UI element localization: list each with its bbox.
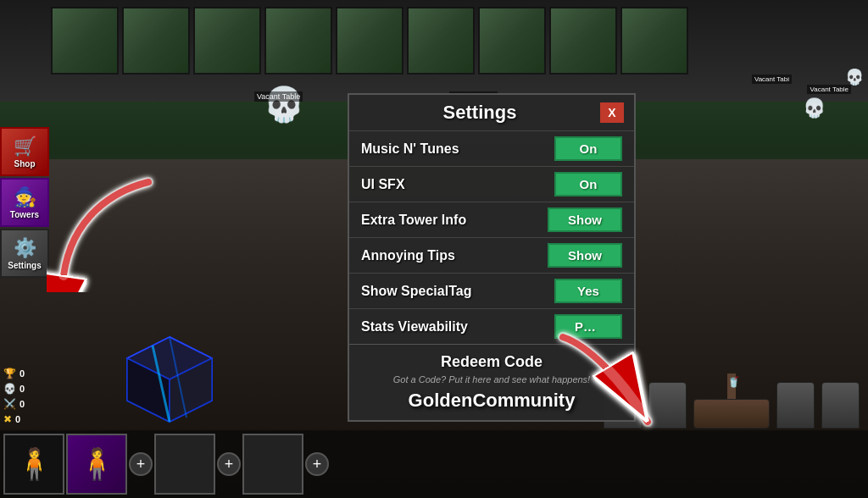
stat-row-sword: ⚔️ 0 — [0, 397, 28, 411]
settings-row-special-tag: Show SpecialTag Yes — [349, 273, 634, 308]
window-2 — [122, 7, 190, 75]
music-label: Music N' Tunes — [361, 141, 459, 157]
settings-label: Settings — [8, 261, 41, 270]
stat-row-x: ✖ 0 — [0, 412, 28, 426]
grim-reaper-right: 💀 — [803, 97, 826, 119]
towers-label: Towers — [10, 210, 39, 219]
trophy-value: 0 — [19, 368, 25, 379]
table-surface — [693, 399, 770, 429]
redeem-hint: Got a Code? Put it here and see what hap… — [361, 374, 622, 385]
character-slot-1[interactable]: 🧍 — [3, 434, 64, 495]
tower-info-toggle[interactable]: Show — [548, 208, 622, 232]
settings-row-tower-info: Extra Tower Info Show — [349, 202, 634, 237]
add-slot-3-button[interactable]: + — [305, 452, 329, 476]
viewability-label: Stats Viewability — [361, 319, 468, 335]
redeem-title: Redeem Code — [361, 353, 622, 371]
vacant-table-label-4: Vacant Table — [807, 85, 851, 94]
chair-4 — [821, 382, 860, 429]
add-slot-1-button[interactable]: + — [129, 452, 153, 476]
settings-icon: ⚙️ — [14, 237, 36, 259]
settings-row-tips: Annoying Tips Show — [349, 237, 634, 273]
music-toggle[interactable]: On — [554, 136, 622, 161]
towers-button[interactable]: 🧙 Towers — [0, 178, 49, 227]
window-1 — [51, 7, 119, 75]
character-slot-4[interactable] — [242, 434, 303, 495]
chair-2 — [648, 382, 687, 429]
tower-info-label: Extra Tower Info — [361, 213, 466, 228]
table-group: 🥤 — [693, 374, 770, 429]
window-7 — [478, 7, 546, 75]
x-value: 0 — [15, 414, 20, 424]
window-8 — [549, 7, 617, 75]
settings-row-viewability: Stats Viewability Publi... — [349, 308, 634, 344]
x-icon: ✖ — [3, 413, 12, 425]
window-5 — [336, 7, 403, 75]
left-sidebar: 🛒 Shop 🧙 Towers ⚙️ Settings — [0, 127, 49, 278]
window-3 — [193, 7, 261, 75]
shop-icon: 🛒 — [14, 136, 36, 158]
sword-icon: ⚔️ — [3, 398, 16, 410]
settings-sidebar-button[interactable]: ⚙️ Settings — [0, 229, 49, 278]
vacant-table-label-1: Vacant Table — [254, 91, 303, 102]
windows-row — [51, 7, 868, 75]
vacant-table-label-3: Vacant Tabi — [752, 75, 792, 84]
table-top-items: 🥤 — [727, 374, 736, 399]
settings-row-sfx: UI SFX On — [349, 166, 634, 202]
sfx-toggle[interactable]: On — [554, 172, 622, 196]
shop-button[interactable]: 🛒 Shop — [0, 127, 49, 176]
settings-header: Settings X — [349, 95, 634, 130]
right-furniture: 🥤 — [604, 374, 860, 429]
sfx-label: UI SFX — [361, 177, 405, 192]
skull-value: 0 — [19, 384, 25, 394]
window-9 — [620, 7, 688, 75]
stats-panel: 🏆 0 💀 0 ⚔️ 0 ✖ 0 — [0, 367, 28, 426]
settings-modal: Settings X Music N' Tunes On UI SFX On E… — [348, 93, 636, 422]
shop-label: Shop — [14, 159, 36, 169]
special-tag-toggle[interactable]: Yes — [554, 279, 622, 303]
character-slot-2[interactable]: 🧍 — [66, 434, 127, 495]
window-4 — [264, 7, 332, 75]
tips-toggle[interactable]: Show — [548, 243, 622, 268]
tips-label: Annoying Tips — [361, 248, 455, 263]
skull-icon: 💀 — [3, 383, 16, 395]
window-6 — [407, 7, 475, 75]
redeem-code-display[interactable]: GoldenCommunity — [361, 390, 622, 412]
towers-icon: 🧙 — [14, 186, 36, 208]
redeem-section: Redeem Code Got a Code? Put it here and … — [349, 344, 634, 420]
tower-cube — [119, 329, 220, 430]
character-1: 🧍 — [15, 446, 53, 482]
grim-reaper-tiny: 💀 — [845, 68, 864, 86]
settings-close-button[interactable]: X — [600, 102, 624, 123]
settings-title: Settings — [359, 102, 600, 124]
character-slot-3[interactable] — [154, 434, 215, 495]
add-slot-2-button[interactable]: + — [217, 452, 241, 476]
bottom-bar: 🧍 🧍 + + + — [0, 430, 868, 498]
viewability-toggle[interactable]: Publi... — [554, 314, 622, 339]
special-tag-label: Show SpecialTag — [361, 284, 471, 299]
stat-row-skull: 💀 0 — [0, 382, 28, 396]
trophy-icon: 🏆 — [3, 368, 16, 379]
character-2: 🧍 — [78, 446, 116, 482]
settings-row-music: Music N' Tunes On — [349, 130, 634, 166]
chair-3 — [776, 382, 815, 429]
sword-value: 0 — [19, 399, 25, 409]
stat-row-trophy: 🏆 0 — [0, 367, 28, 380]
